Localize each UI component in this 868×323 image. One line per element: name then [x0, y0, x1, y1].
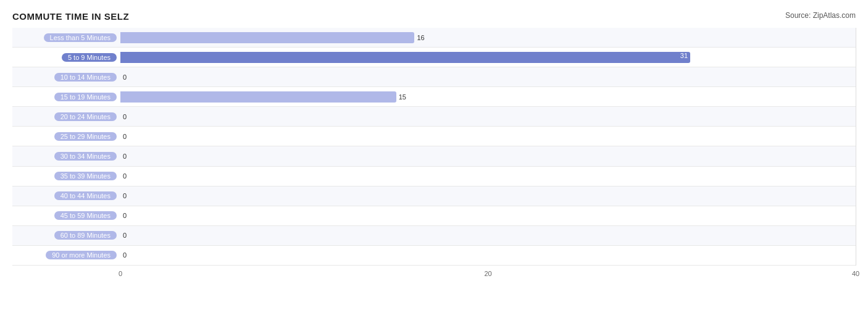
bar-value: 0	[123, 153, 127, 160]
bar-label-pill: 15 to 19 Minutes	[54, 93, 117, 101]
x-tick-label: 40	[852, 270, 859, 277]
bar-fill	[120, 32, 414, 43]
chart-source: Source: ZipAtlas.com	[785, 11, 856, 20]
chart-title: COMMUTE TIME IN SELZ	[12, 11, 129, 22]
bar-label: 30 to 34 Minutes	[12, 152, 120, 161]
bar-label: 15 to 19 Minutes	[12, 93, 120, 101]
bar-value: 0	[123, 133, 127, 140]
bar-label: 20 to 24 Minutes	[12, 112, 120, 121]
bar-value: 0	[123, 73, 127, 81]
bar-value: 0	[123, 251, 127, 259]
x-tick-label: 0	[119, 270, 122, 277]
bar-value: 0	[123, 172, 127, 180]
bar-label-pill: 10 to 14 Minutes	[54, 73, 117, 82]
bar-row: 90 or more Minutes0	[12, 246, 856, 266]
bar-track: 15	[120, 87, 856, 106]
bar-label-pill: 90 or more Minutes	[46, 251, 117, 259]
bar-fill: 31	[120, 52, 690, 63]
bar-row: 30 to 34 Minutes0	[12, 146, 856, 166]
bar-label: 35 to 39 Minutes	[12, 172, 120, 180]
bar-label-pill: 20 to 24 Minutes	[54, 112, 117, 121]
bar-label-pill: 40 to 44 Minutes	[54, 191, 117, 200]
bar-track: 16	[120, 28, 856, 47]
bar-value: 16	[417, 34, 424, 41]
bar-row: 20 to 24 Minutes0	[12, 107, 856, 127]
bar-row: 35 to 39 Minutes0	[12, 167, 856, 187]
bar-track: 0	[120, 246, 856, 265]
bar-label-pill: 30 to 34 Minutes	[54, 152, 117, 161]
chart-container: COMMUTE TIME IN SELZ Source: ZipAtlas.co…	[0, 0, 868, 323]
chart-header: COMMUTE TIME IN SELZ Source: ZipAtlas.co…	[12, 11, 856, 22]
bar-label-pill: 25 to 29 Minutes	[54, 132, 117, 141]
bar-label: 45 to 59 Minutes	[12, 211, 120, 220]
bar-label: Less than 5 Minutes	[12, 33, 120, 42]
bar-track: 0	[120, 206, 856, 225]
bar-track: 31	[120, 48, 856, 67]
bar-value: 0	[123, 192, 127, 199]
bar-track: 0	[120, 187, 856, 206]
bar-label: 10 to 14 Minutes	[12, 73, 120, 82]
bar-label: 40 to 44 Minutes	[12, 191, 120, 200]
bar-value: 0	[123, 212, 127, 219]
bar-label-pill: 45 to 59 Minutes	[54, 211, 117, 220]
bar-row: 40 to 44 Minutes0	[12, 187, 856, 206]
chart-body: Less than 5 Minutes165 to 9 Minutes3110 …	[12, 28, 856, 284]
bar-value: 15	[399, 93, 406, 101]
bar-label-pill: 35 to 39 Minutes	[54, 172, 117, 180]
bar-label: 5 to 9 Minutes	[12, 53, 120, 62]
bar-row: 5 to 9 Minutes31	[12, 48, 856, 67]
bar-track: 0	[120, 146, 856, 166]
bar-label-pill: 60 to 89 Minutes	[54, 231, 117, 240]
bar-label: 60 to 89 Minutes	[12, 231, 120, 240]
bar-track: 0	[120, 67, 856, 86]
bar-value: 31	[680, 52, 688, 59]
bar-label: 25 to 29 Minutes	[12, 132, 120, 141]
bar-fill	[120, 91, 396, 103]
bar-label-pill: 5 to 9 Minutes	[62, 53, 117, 62]
x-axis: 02040	[120, 267, 856, 284]
bar-track: 0	[120, 107, 856, 126]
bar-row: 10 to 14 Minutes0	[12, 67, 856, 87]
bars-area: Less than 5 Minutes165 to 9 Minutes3110 …	[12, 28, 856, 266]
bar-row: 25 to 29 Minutes0	[12, 127, 856, 146]
bar-row: 45 to 59 Minutes0	[12, 206, 856, 226]
bar-value: 0	[123, 113, 127, 120]
bar-track: 0	[120, 127, 856, 146]
grid-line	[856, 28, 856, 266]
bar-row: 60 to 89 Minutes0	[12, 226, 856, 246]
bar-label: 90 or more Minutes	[12, 251, 120, 259]
bar-track: 0	[120, 226, 856, 245]
bar-track: 0	[120, 167, 856, 186]
bar-label-pill: Less than 5 Minutes	[44, 33, 117, 42]
bar-value: 0	[123, 232, 127, 239]
bar-row: Less than 5 Minutes16	[12, 28, 856, 48]
x-tick-label: 20	[484, 270, 491, 277]
bar-row: 15 to 19 Minutes15	[12, 87, 856, 107]
